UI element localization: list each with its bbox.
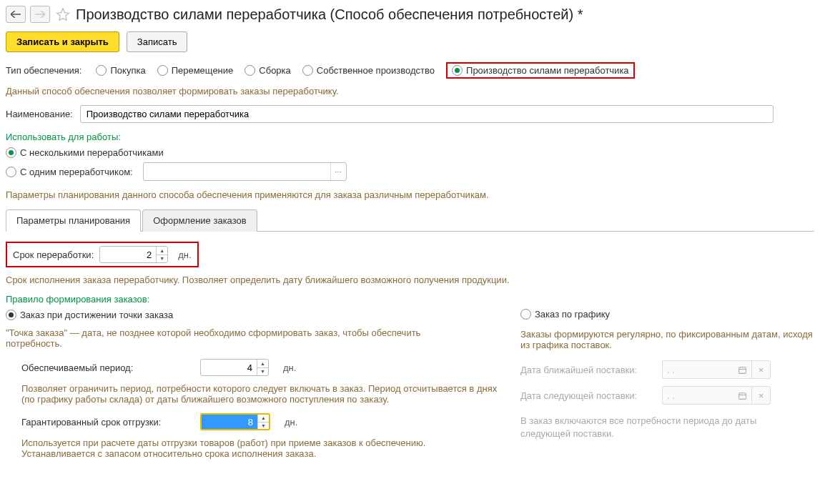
order-point-desc: "Точка заказа" — дата, не позднее которо… xyxy=(6,327,470,349)
save-button[interactable]: Записать xyxy=(127,31,188,52)
tabs: Параметры планирования Оформление заказо… xyxy=(6,209,814,232)
radio-purchase[interactable]: Покупка xyxy=(96,65,145,76)
save-close-button[interactable]: Записать и закрыть xyxy=(6,31,119,52)
calendar-icon[interactable] xyxy=(733,360,752,379)
guaranteed-ship-unit: дн. xyxy=(285,417,297,428)
next-date-label: Дата следующей поставки: xyxy=(520,390,656,401)
clear-icon[interactable]: × xyxy=(752,360,771,379)
dates-desc: В заказ включаются все потребности перио… xyxy=(520,415,778,440)
spinner-up-icon[interactable]: ▲ xyxy=(258,415,269,423)
back-button[interactable] xyxy=(6,6,26,23)
provided-period-spinner[interactable]: ▲ ▼ xyxy=(200,359,269,376)
processing-time-input[interactable] xyxy=(100,247,156,262)
processor-select-ellipsis-icon[interactable]: ⋯ xyxy=(330,163,346,180)
clear-icon[interactable]: × xyxy=(752,386,771,405)
provided-period-label: Обеспечиваемый период: xyxy=(21,362,193,373)
forward-button[interactable] xyxy=(30,6,50,23)
radio-order-point[interactable]: Заказ при достижении точки заказа xyxy=(6,310,173,320)
provided-period-desc: Позволяет ограничить период, потребности… xyxy=(6,383,499,405)
guaranteed-ship-spinner[interactable]: ▲ ▼ xyxy=(200,413,270,430)
spinner-up-icon[interactable]: ▲ xyxy=(257,360,268,368)
radio-move[interactable]: Перемещение xyxy=(157,65,234,76)
processing-time-unit: дн. xyxy=(178,249,191,260)
tab-orders[interactable]: Оформление заказов xyxy=(142,209,257,232)
processor-select-input[interactable] xyxy=(144,164,330,179)
processing-time-spinner[interactable]: ▲ ▼ xyxy=(99,246,168,263)
guaranteed-ship-input[interactable] xyxy=(202,415,257,429)
nearest-date-label: Дата ближайшей поставки: xyxy=(520,365,656,375)
spinner-down-icon[interactable]: ▼ xyxy=(257,368,268,376)
provided-period-row: Обеспечиваемый период: ▲ ▼ дн. xyxy=(6,359,499,376)
radio-processor[interactable]: Производство силами переработчика xyxy=(452,65,629,76)
favorite-star-icon[interactable] xyxy=(54,6,71,23)
tab-planning[interactable]: Параметры планирования xyxy=(6,209,141,232)
nearest-date-group: . . × xyxy=(662,360,771,379)
supply-type-label: Тип обеспечения: xyxy=(6,65,81,76)
radio-own-production[interactable]: Собственное производство xyxy=(302,65,435,76)
nearest-date-input[interactable]: . . xyxy=(662,360,733,379)
guaranteed-ship-row: Гарантированный срок отгрузки: ▲ ▼ дн. xyxy=(6,413,499,430)
planning-description: Параметры планирования данного способа о… xyxy=(6,189,814,200)
spinner-down-icon[interactable]: ▼ xyxy=(258,423,269,430)
processing-time-desc: Срок исполнения заказа переработчику. По… xyxy=(6,275,814,285)
supply-description: Данный способ обеспечения позволяет форм… xyxy=(6,86,814,97)
provided-period-input[interactable] xyxy=(201,360,257,375)
guaranteed-ship-label: Гарантированный срок отгрузки: xyxy=(21,417,193,428)
spinner-up-icon[interactable]: ▲ xyxy=(157,247,167,255)
spinner-down-icon[interactable]: ▼ xyxy=(157,255,167,263)
calendar-icon[interactable] xyxy=(733,386,752,405)
name-field-row: Наименование: xyxy=(6,105,814,123)
processor-select[interactable]: ⋯ xyxy=(143,162,347,181)
order-rule-columns: Заказ при достижении точки заказа "Точка… xyxy=(6,309,814,468)
page-title: Производство силами переработчика (Спосо… xyxy=(76,6,583,23)
supply-type-row: Тип обеспечения: Покупка Перемещение Сбо… xyxy=(6,62,814,79)
name-label: Наименование: xyxy=(6,109,73,119)
processing-time-highlight: Срок переработки: ▲ ▼ дн. xyxy=(6,242,199,267)
radio-order-schedule[interactable]: Заказ по графику xyxy=(520,309,610,320)
order-rule-heading: Правило формирования заказов: xyxy=(6,294,814,305)
radio-assembly[interactable]: Сборка xyxy=(244,65,291,76)
provided-period-unit: дн. xyxy=(283,362,296,373)
header-bar: Производство силами переработчика (Спосо… xyxy=(6,6,814,23)
svg-rect-0 xyxy=(739,367,746,373)
radio-processor-highlight: Производство силами переработчика xyxy=(446,62,635,79)
use-for-heading: Использовать для работы: xyxy=(6,132,814,142)
next-date-input[interactable]: . . xyxy=(662,386,733,405)
radio-single-processor[interactable]: С одним переработчиком: xyxy=(6,167,133,177)
order-schedule-desc: Заказы формируются регулярно, по фиксиро… xyxy=(520,329,814,350)
name-input[interactable] xyxy=(80,105,774,123)
radio-multi-processors[interactable]: С несколькими переработчиками xyxy=(6,147,164,158)
toolbar: Записать и закрыть Записать xyxy=(6,31,814,52)
svg-rect-2 xyxy=(739,392,746,399)
processing-time-label: Срок переработки: xyxy=(13,249,94,260)
next-date-group: . . × xyxy=(662,386,771,405)
guaranteed-ship-desc: Используется при расчете даты отгрузки т… xyxy=(6,438,499,459)
